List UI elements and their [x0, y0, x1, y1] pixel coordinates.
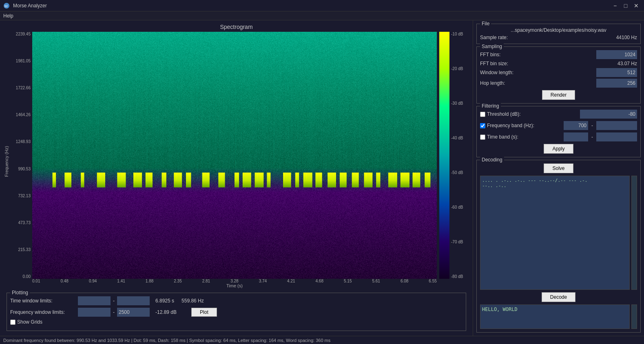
- time-band-checkbox[interactable]: [480, 135, 485, 140]
- close-button[interactable]: ✕: [632, 2, 641, 9]
- file-path: ...spaceymonk/Desktop/examples/noisy.wav: [480, 27, 637, 33]
- sample-rate-value: 44100 Hz: [616, 35, 637, 40]
- sample-rate-row: Sample rate: 44100 Hz: [480, 35, 637, 40]
- sample-rate-label: Sample rate:: [480, 35, 508, 40]
- freq-window-row: Frequency window limits: - -12.89 dB Plo…: [10, 308, 463, 317]
- filtering-legend: Filtering: [480, 103, 501, 109]
- fft-bins-label: FFT bins:: [480, 52, 500, 57]
- fft-bins-row: FFT bins:: [480, 50, 637, 59]
- left-section: Spectrogram Frequency (Hz) 2239.45 1981.…: [0, 20, 473, 336]
- freq-band-checkbox[interactable]: [480, 123, 485, 128]
- time-window-min-input[interactable]: [78, 296, 111, 305]
- show-grids-label[interactable]: Show Grids: [10, 319, 42, 325]
- freq-band-label: Frequency band (Hz):: [487, 123, 534, 128]
- threshold-input[interactable]: [580, 110, 637, 119]
- status-text: Dominant frequency found between: 990.53…: [3, 338, 330, 343]
- apply-button[interactable]: Apply: [544, 144, 573, 154]
- plot-button[interactable]: Plot: [191, 308, 217, 317]
- time-band-label: Time band (s):: [487, 134, 518, 140]
- threshold-label: Threshold (dB):: [487, 111, 521, 117]
- decoding-legend: Decoding: [480, 157, 504, 163]
- freq-band-max-input[interactable]: [596, 121, 637, 130]
- render-button[interactable]: Render: [542, 90, 575, 100]
- time-band-min-input[interactable]: [564, 132, 588, 141]
- status-bar: Dominant frequency found between: 990.53…: [0, 336, 644, 344]
- svg-text:M: M: [4, 4, 8, 8]
- hop-length-row: Hop length:: [480, 79, 637, 88]
- freq-window-min-input[interactable]: [78, 308, 111, 317]
- app-icon: M: [3, 2, 10, 9]
- time-value: 6.8925 s: [155, 298, 174, 304]
- time-band-row: Time band (s): -: [480, 132, 637, 141]
- time-window-row: Time window limits: - 6.8925 s 559.86 Hz: [10, 296, 463, 305]
- help-menu[interactable]: Help: [3, 13, 13, 19]
- morse-output[interactable]: .... . .-.. .-.. --- --..--/.-- --- .-. …: [480, 176, 630, 290]
- right-panel: File ...spaceymonk/Desktop/examples/nois…: [473, 20, 644, 336]
- time-window-label: Time window limits:: [10, 298, 75, 304]
- freq-band-row: Frequency band (Hz): -: [480, 121, 637, 130]
- freq-labels: 2239.45 1981.05 1722.66 1464.26 1248.93 …: [10, 32, 32, 291]
- freq-axis-label: Frequency (Hz): [3, 32, 10, 291]
- threshold-checkbox[interactable]: [480, 112, 485, 117]
- decode-button[interactable]: Decode: [542, 292, 575, 302]
- file-section: File ...spaceymonk/Desktop/examples/nois…: [476, 24, 641, 44]
- file-legend: File: [480, 21, 491, 26]
- minimize-button[interactable]: −: [611, 2, 620, 9]
- window-length-input[interactable]: [596, 68, 637, 77]
- plotting-legend: Plotting: [10, 290, 30, 295]
- fft-bin-size-row: FFT bin size: 43.07 Hz: [480, 61, 637, 66]
- freq-value: 559.86 Hz: [181, 298, 204, 304]
- fft-bins-input[interactable]: [596, 50, 637, 59]
- fft-bin-size-value: 43.07 Hz: [617, 61, 637, 66]
- solve-button[interactable]: Solve: [544, 163, 573, 173]
- title-bar-left: M Morse Analyzer: [3, 2, 47, 9]
- plotting-section: Plotting Time window limits: - 6.8925 s …: [7, 293, 466, 331]
- maximize-button[interactable]: □: [621, 2, 630, 9]
- title-bar-controls: − □ ✕: [611, 2, 641, 9]
- app-title: Morse Analyzer: [13, 3, 47, 9]
- colorbar: -10 dB -20 dB -30 dB -40 dB -50 dB -60 d…: [437, 32, 469, 279]
- time-axis-label: Time (s): [32, 283, 437, 288]
- spectrogram-title: Spectrogram: [3, 24, 469, 30]
- time-labels: 0.01 0.48 0.94 1.41 1.88 2.35 2.81 3.28 …: [32, 279, 437, 283]
- morse-scrollbar[interactable]: [631, 176, 637, 290]
- db-value: -12.89 dB: [155, 309, 177, 315]
- freq-window-label: Frequency window limits:: [10, 309, 75, 315]
- threshold-row: Threshold (dB):: [480, 110, 637, 119]
- freq-band-min-input[interactable]: [564, 121, 588, 130]
- menu-bar: Help: [0, 11, 644, 20]
- spectrogram-canvas: [32, 32, 437, 279]
- show-grids-checkbox[interactable]: [10, 320, 15, 325]
- decoding-section: Decoding Solve .... . .-.. .-.. --- --..…: [476, 160, 641, 333]
- hop-length-label: Hop length:: [480, 80, 505, 86]
- decoded-output[interactable]: HELLO, WORLD: [480, 304, 630, 329]
- decoded-scrollbar[interactable]: [631, 304, 637, 329]
- filtering-section: Filtering Threshold (dB): Frequency band…: [476, 106, 641, 157]
- sampling-section: Sampling FFT bins: FFT bin size: 43.07 H…: [476, 46, 641, 104]
- sampling-legend: Sampling: [480, 44, 504, 49]
- fft-bin-size-label: FFT bin size:: [480, 61, 508, 66]
- hop-length-input[interactable]: [596, 79, 637, 88]
- time-band-max-input[interactable]: [596, 132, 637, 141]
- time-window-max-input[interactable]: [117, 296, 150, 305]
- window-length-row: Window length:: [480, 68, 637, 77]
- freq-window-max-input[interactable]: [117, 308, 150, 317]
- show-grids-row: Show Grids: [10, 319, 463, 325]
- title-bar: M Morse Analyzer − □ ✕: [0, 0, 644, 11]
- window-length-label: Window length:: [480, 70, 513, 75]
